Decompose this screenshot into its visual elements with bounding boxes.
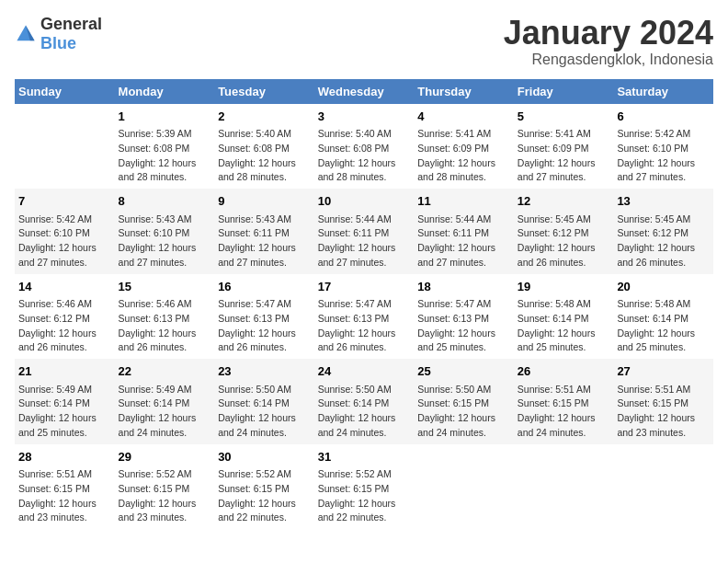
cell-info: Daylight: 12 hours xyxy=(18,241,111,256)
day-number: 15 xyxy=(119,278,211,296)
day-number: 24 xyxy=(318,362,411,381)
cell-info: and 25 minutes. xyxy=(518,340,610,355)
cell-info: Sunrise: 5:48 AM xyxy=(518,297,610,312)
month-title: January 2024 xyxy=(504,15,713,52)
cell-info: Daylight: 12 hours xyxy=(518,411,610,426)
calendar-cell xyxy=(414,444,514,530)
calendar-cell xyxy=(613,444,713,530)
cell-info: Daylight: 12 hours xyxy=(119,241,211,256)
day-number: 21 xyxy=(18,362,111,381)
cell-info: Daylight: 12 hours xyxy=(119,411,211,426)
cell-info: Sunset: 6:10 PM xyxy=(18,226,111,241)
cell-info: and 26 minutes. xyxy=(518,256,610,270)
cell-info: Sunset: 6:12 PM xyxy=(617,226,710,241)
cell-info: Sunset: 6:15 PM xyxy=(218,482,311,497)
cell-info: Sunrise: 5:45 AM xyxy=(518,213,610,227)
calendar-cell: 4Sunrise: 5:41 AMSunset: 6:09 PMDaylight… xyxy=(414,104,514,190)
day-number: 10 xyxy=(318,192,411,211)
cell-info: Sunrise: 5:47 AM xyxy=(218,297,311,312)
calendar-cell: 6Sunrise: 5:42 AMSunset: 6:10 PMDaylight… xyxy=(613,104,713,190)
calendar-cell: 20Sunrise: 5:48 AMSunset: 6:14 PMDayligh… xyxy=(613,274,713,360)
calendar-cell: 18Sunrise: 5:47 AMSunset: 6:13 PMDayligh… xyxy=(414,274,514,360)
cell-info: Daylight: 12 hours xyxy=(417,241,510,256)
calendar-cell: 3Sunrise: 5:40 AMSunset: 6:08 PMDaylight… xyxy=(314,104,415,190)
cell-info: and 26 minutes. xyxy=(18,340,111,355)
cell-info: and 24 minutes. xyxy=(417,426,510,441)
day-number: 7 xyxy=(18,192,111,211)
cell-info: Daylight: 12 hours xyxy=(617,241,710,256)
cell-info: Sunset: 6:15 PM xyxy=(617,396,710,411)
calendar-cell: 14Sunrise: 5:46 AMSunset: 6:12 PMDayligh… xyxy=(15,274,115,360)
day-number: 19 xyxy=(518,278,610,296)
calendar-cell: 19Sunrise: 5:48 AMSunset: 6:14 PMDayligh… xyxy=(514,274,614,360)
cell-info: Sunrise: 5:41 AM xyxy=(417,127,510,142)
week-row-2: 7Sunrise: 5:42 AMSunset: 6:10 PMDaylight… xyxy=(15,189,713,274)
cell-info: Sunrise: 5:42 AM xyxy=(18,213,111,227)
cell-info: Sunset: 6:15 PM xyxy=(518,396,610,411)
cell-info: and 26 minutes. xyxy=(318,340,411,355)
cell-info: and 27 minutes. xyxy=(18,256,111,270)
cell-info: Daylight: 12 hours xyxy=(119,497,211,511)
week-row-4: 21Sunrise: 5:49 AMSunset: 6:14 PMDayligh… xyxy=(15,359,713,444)
cell-info: and 25 minutes. xyxy=(617,340,710,355)
calendar-cell: 17Sunrise: 5:47 AMSunset: 6:13 PMDayligh… xyxy=(314,274,415,360)
cell-info: Sunrise: 5:51 AM xyxy=(617,383,710,397)
cell-info: and 27 minutes. xyxy=(318,256,411,270)
cell-info: Sunrise: 5:51 AM xyxy=(18,467,111,482)
cell-info: and 24 minutes. xyxy=(318,426,411,441)
weekday-header-row: SundayMondayTuesdayWednesdayThursdayFrid… xyxy=(15,79,713,104)
cell-info: Sunset: 6:14 PM xyxy=(617,312,710,327)
day-number: 12 xyxy=(518,192,610,211)
cell-info: Sunset: 6:08 PM xyxy=(218,142,311,156)
cell-info: Sunset: 6:10 PM xyxy=(119,226,211,241)
cell-info: Daylight: 12 hours xyxy=(318,241,411,256)
calendar-cell: 12Sunrise: 5:45 AMSunset: 6:12 PMDayligh… xyxy=(514,189,614,274)
cell-info: Sunset: 6:11 PM xyxy=(417,226,510,241)
cell-info: Sunrise: 5:52 AM xyxy=(119,467,211,482)
calendar-cell: 7Sunrise: 5:42 AMSunset: 6:10 PMDaylight… xyxy=(15,189,115,274)
day-number: 16 xyxy=(218,278,311,296)
logo: General Blue xyxy=(15,15,102,53)
cell-info: Sunrise: 5:44 AM xyxy=(318,213,411,227)
cell-info: Sunset: 6:09 PM xyxy=(417,142,510,156)
day-number: 2 xyxy=(218,108,311,126)
cell-info: Sunset: 6:13 PM xyxy=(218,312,311,327)
cell-info: Sunset: 6:15 PM xyxy=(119,482,211,497)
cell-info: and 22 minutes. xyxy=(218,511,311,525)
cell-info: Daylight: 12 hours xyxy=(18,411,111,426)
cell-info: and 25 minutes. xyxy=(417,340,510,355)
weekday-header-friday: Friday xyxy=(514,79,614,104)
cell-info: Sunrise: 5:46 AM xyxy=(119,297,211,312)
cell-info: Daylight: 12 hours xyxy=(617,156,710,171)
calendar-cell xyxy=(514,444,614,530)
cell-info: and 28 minutes. xyxy=(218,170,311,185)
cell-info: Daylight: 12 hours xyxy=(318,156,411,171)
cell-info: Sunset: 6:08 PM xyxy=(119,142,211,156)
cell-info: and 23 minutes. xyxy=(119,511,211,525)
day-number: 17 xyxy=(318,278,411,296)
day-number: 13 xyxy=(617,192,710,211)
cell-info: Sunset: 6:09 PM xyxy=(518,142,610,156)
cell-info: Sunrise: 5:43 AM xyxy=(218,213,311,227)
cell-info: Sunrise: 5:52 AM xyxy=(318,467,411,482)
week-row-5: 28Sunrise: 5:51 AMSunset: 6:15 PMDayligh… xyxy=(15,444,713,530)
calendar-cell: 2Sunrise: 5:40 AMSunset: 6:08 PMDaylight… xyxy=(214,104,314,190)
cell-info: Daylight: 12 hours xyxy=(218,497,311,511)
cell-info: Daylight: 12 hours xyxy=(18,497,111,511)
cell-info: Sunset: 6:12 PM xyxy=(18,312,111,327)
weekday-header-sunday: Sunday xyxy=(15,79,115,104)
cell-info: and 28 minutes. xyxy=(119,170,211,185)
day-number: 25 xyxy=(417,362,510,381)
cell-info: Sunset: 6:14 PM xyxy=(119,396,211,411)
cell-info: and 25 minutes. xyxy=(18,426,111,441)
cell-info: Sunrise: 5:50 AM xyxy=(318,383,411,397)
cell-info: and 27 minutes. xyxy=(218,256,311,270)
week-row-1: 1Sunrise: 5:39 AMSunset: 6:08 PMDaylight… xyxy=(15,104,713,190)
calendar-cell: 26Sunrise: 5:51 AMSunset: 6:15 PMDayligh… xyxy=(514,359,614,444)
day-number: 11 xyxy=(417,192,510,211)
cell-info: Sunrise: 5:40 AM xyxy=(318,127,411,142)
calendar-cell: 15Sunrise: 5:46 AMSunset: 6:13 PMDayligh… xyxy=(115,274,215,360)
cell-info: Sunrise: 5:47 AM xyxy=(318,297,411,312)
cell-info: Sunset: 6:15 PM xyxy=(18,482,111,497)
cell-info: Daylight: 12 hours xyxy=(218,241,311,256)
